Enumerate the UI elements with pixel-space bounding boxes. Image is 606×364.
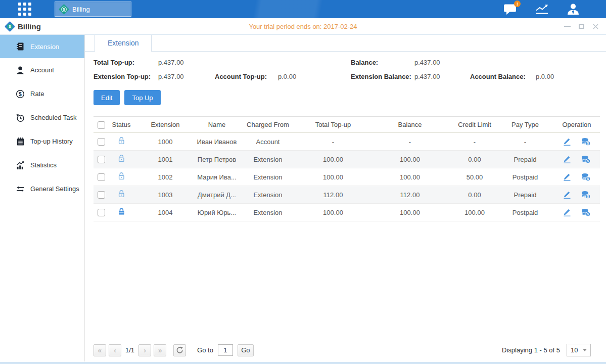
sidebar-item-account[interactable]: Account bbox=[0, 58, 84, 82]
cell-extension: 1002 bbox=[134, 168, 197, 186]
dollar-circle-icon: $ bbox=[15, 89, 25, 99]
cell-name: Мария Ива... bbox=[197, 168, 237, 186]
cell-credit-limit: 0.00 bbox=[452, 186, 497, 204]
sidebar-item-statistics[interactable]: Statistics bbox=[0, 153, 84, 177]
apps-grid-icon[interactable] bbox=[18, 3, 31, 16]
prev-page-button[interactable]: ‹ bbox=[109, 344, 121, 356]
next-page-button[interactable]: › bbox=[138, 344, 151, 356]
edit-icon[interactable] bbox=[563, 208, 572, 217]
status-unlocked-icon bbox=[117, 172, 126, 180]
minimize-button[interactable] bbox=[564, 23, 571, 30]
top-up-icon[interactable]: $ bbox=[581, 138, 591, 146]
sidebar-item-rate[interactable]: $ Rate bbox=[0, 82, 84, 106]
cell-balance: - bbox=[367, 133, 452, 151]
table-row: 1003 Дмитрий Д... Extension 112.00 112.0… bbox=[94, 186, 600, 204]
status-locked-icon bbox=[117, 207, 126, 216]
cell-charged-from: Extension bbox=[237, 204, 299, 221]
billing-app-icon: $ bbox=[59, 4, 69, 14]
balance-value: p.437.00 bbox=[414, 59, 470, 66]
cell-credit-limit: 50.00 bbox=[452, 168, 497, 186]
bar-chart-icon bbox=[15, 161, 25, 170]
row-checkbox[interactable] bbox=[98, 191, 105, 199]
cell-extension: 1004 bbox=[134, 204, 197, 221]
messages-icon[interactable]: ! bbox=[503, 3, 517, 15]
edit-icon[interactable] bbox=[563, 137, 572, 146]
pagination-bar: « ‹ 1/1 › » Go to Go Displaying 1 - 5 of… bbox=[85, 344, 606, 361]
cell-balance: 112.00 bbox=[367, 186, 452, 204]
statistics-chart-icon[interactable] bbox=[534, 3, 549, 15]
header-operation: Operation bbox=[553, 117, 600, 133]
status-unlocked-icon bbox=[117, 190, 126, 198]
svg-text:$: $ bbox=[587, 159, 589, 163]
balance-summary: Total Top-up: p.437.00 Balance: p.437.00… bbox=[85, 52, 606, 80]
header-name: Name bbox=[197, 117, 237, 133]
cell-total-topup: 100.00 bbox=[299, 204, 367, 221]
trial-notice: Your trial period ends on: 2017-02-24 bbox=[0, 23, 606, 30]
cell-total-topup: 100.00 bbox=[299, 168, 367, 186]
maximize-button[interactable] bbox=[578, 23, 585, 30]
page-indicator: 1/1 bbox=[125, 346, 134, 354]
tab-extension[interactable]: Extension bbox=[95, 35, 152, 52]
billing-window-icon: $ bbox=[5, 21, 15, 31]
refresh-button[interactable] bbox=[173, 344, 186, 356]
edit-icon[interactable] bbox=[563, 172, 572, 181]
extension-balance-value: p.437.00 bbox=[414, 73, 470, 80]
header-balance: Balance bbox=[367, 117, 452, 133]
header-status: Status bbox=[109, 117, 134, 133]
last-page-button[interactable]: » bbox=[154, 344, 166, 356]
cell-name: Юрий Юрь... bbox=[197, 204, 237, 221]
header-charged-from: Charged From bbox=[237, 117, 299, 133]
cell-pay-type: Prepaid bbox=[497, 151, 553, 168]
top-up-icon[interactable]: $ bbox=[581, 191, 591, 199]
top-up-icon[interactable]: $ bbox=[581, 155, 591, 164]
window-title: Billing bbox=[18, 22, 41, 31]
status-unlocked-icon bbox=[117, 154, 126, 163]
page-size-select[interactable]: 10 bbox=[567, 344, 591, 356]
top-up-icon[interactable]: $ bbox=[581, 208, 591, 217]
action-buttons: Edit Top Up bbox=[94, 90, 606, 105]
clock-icon bbox=[15, 113, 25, 122]
row-checkbox[interactable] bbox=[98, 173, 105, 181]
extensions-table: Status Extension Name Charged From Total… bbox=[94, 116, 600, 221]
user-icon[interactable] bbox=[567, 3, 580, 15]
sidebar: Extension Account $ Rate bbox=[0, 35, 85, 361]
top-up-button[interactable]: Top Up bbox=[124, 90, 160, 105]
row-checkbox[interactable] bbox=[98, 138, 105, 146]
close-button[interactable] bbox=[592, 23, 599, 30]
table-row: 1001 Петр Петров Extension 100.00 100.00… bbox=[94, 151, 600, 168]
total-topup-value: p.437.00 bbox=[158, 59, 215, 66]
chevron-down-icon bbox=[583, 349, 587, 351]
cell-pay-type: Postpaid bbox=[497, 204, 553, 221]
cell-balance: 100.00 bbox=[367, 151, 452, 168]
row-checkbox[interactable] bbox=[98, 209, 105, 216]
select-all-checkbox[interactable] bbox=[98, 121, 105, 129]
header-credit-limit: Credit Limit bbox=[452, 117, 497, 133]
cell-extension: 1001 bbox=[134, 151, 197, 168]
transfer-arrows-icon bbox=[15, 185, 25, 194]
account-balance-value: p.0.00 bbox=[536, 73, 600, 80]
sidebar-item-general-settings[interactable]: General Settings bbox=[0, 177, 84, 201]
cell-charged-from: Account bbox=[237, 133, 299, 151]
edit-icon[interactable] bbox=[563, 155, 572, 164]
edit-button[interactable]: Edit bbox=[94, 90, 120, 105]
sidebar-item-topup-history[interactable]: Top-up History bbox=[0, 129, 84, 153]
table-row: 1004 Юрий Юрь... Extension 100.00 100.00… bbox=[94, 204, 600, 221]
sidebar-item-extension[interactable]: Extension bbox=[0, 35, 84, 58]
topbar-tab-billing[interactable]: $ Billing bbox=[55, 2, 131, 17]
edit-icon[interactable] bbox=[563, 190, 572, 199]
row-checkbox[interactable] bbox=[98, 156, 105, 163]
first-page-button[interactable]: « bbox=[94, 344, 106, 356]
tabbar: Extension bbox=[85, 35, 606, 52]
cell-total-topup: 112.00 bbox=[299, 186, 367, 204]
extension-topup-label: Extension Top-up: bbox=[94, 73, 158, 80]
notebook-icon bbox=[15, 137, 25, 146]
sidebar-item-scheduled-task[interactable]: Scheduled Task bbox=[0, 106, 84, 129]
ledger-icon bbox=[15, 42, 25, 51]
cell-balance: 100.00 bbox=[367, 168, 452, 186]
goto-page-input[interactable] bbox=[218, 344, 233, 356]
cell-pay-type: Prepaid bbox=[497, 186, 553, 204]
cell-name: Дмитрий Д... bbox=[197, 186, 237, 204]
account-balance-label: Account Balance: bbox=[470, 73, 536, 80]
top-up-icon[interactable]: $ bbox=[581, 173, 591, 181]
go-button[interactable]: Go bbox=[238, 344, 254, 356]
